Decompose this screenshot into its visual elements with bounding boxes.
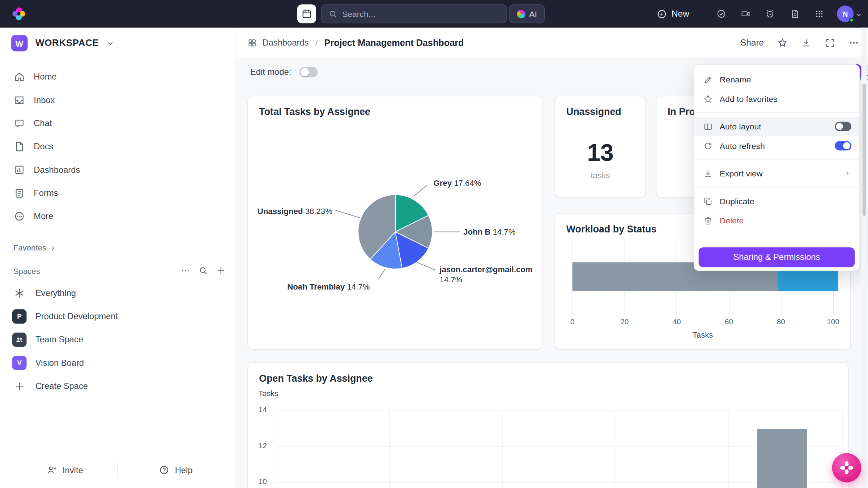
search-icon: [328, 9, 338, 18]
invite-label: Invite: [63, 465, 83, 475]
menu-divider: [694, 112, 859, 113]
ellipsis-icon[interactable]: [180, 266, 191, 276]
sidebar-item-forms[interactable]: Forms: [0, 181, 235, 205]
sidebar-item-label: Forms: [34, 188, 58, 198]
invite-button[interactable]: Invite: [47, 465, 83, 475]
dashboard-icon: [247, 38, 257, 47]
sidebar-item-dashboards[interactable]: Dashboards: [0, 158, 235, 181]
menu-item-duplicate[interactable]: Duplicate: [694, 192, 859, 211]
edit-mode-label: Edit mode:: [250, 67, 291, 77]
bar[interactable]: [757, 428, 807, 488]
space-item-team-space[interactable]: Team Space: [0, 328, 235, 351]
menu-item-label: Duplicate: [720, 196, 754, 206]
more-options-icon[interactable]: [848, 37, 859, 48]
auto-refresh-toggle[interactable]: [835, 141, 851, 150]
sidebar-item-inbox[interactable]: Inbox: [0, 89, 235, 112]
pie-chart[interactable]: [248, 96, 542, 350]
pie-label: John B14.7%: [463, 227, 515, 236]
assistant-fab-button[interactable]: [832, 453, 861, 483]
share-button[interactable]: Share: [740, 38, 764, 48]
space-item-vision-board[interactable]: V Vision Board: [0, 351, 235, 374]
home-icon: [14, 71, 25, 82]
layout-icon: [703, 121, 713, 132]
auto-layout-toggle[interactable]: [835, 122, 851, 131]
search-input[interactable]: [342, 9, 500, 18]
x-tick-label: 40: [668, 318, 685, 326]
sidebar-item-chat[interactable]: Chat: [0, 112, 235, 135]
apps-grid-icon[interactable]: [814, 9, 825, 19]
create-space-label: Create Space: [35, 381, 88, 391]
gridline: [616, 411, 616, 488]
inbox-icon: [14, 95, 25, 106]
page-header: Dashboards / Project Management Dashboar…: [235, 28, 868, 58]
menu-item-delete[interactable]: Delete: [694, 211, 859, 230]
space-item-product-development[interactable]: P Product Development: [0, 305, 235, 328]
star-icon[interactable]: [777, 37, 788, 48]
clock-icon[interactable]: [765, 9, 775, 19]
favorites-section[interactable]: Favorites: [13, 243, 56, 252]
star-icon: [703, 94, 713, 104]
card-unassigned[interactable]: Unassigned 13 tasks: [555, 96, 646, 198]
tasks-check-icon[interactable]: [716, 9, 727, 19]
gridline: [276, 411, 842, 411]
video-camera-icon[interactable]: [741, 9, 751, 19]
clickup-logo-icon[interactable]: [11, 6, 27, 22]
menu-item-export-view[interactable]: Export view: [694, 164, 859, 183]
new-button[interactable]: New: [656, 7, 689, 21]
menu-divider: [694, 187, 859, 188]
new-label: New: [672, 9, 689, 19]
form-icon: [14, 188, 25, 199]
gridline: [729, 411, 729, 488]
x-tick-label: 100: [825, 318, 842, 326]
fullscreen-icon[interactable]: [825, 37, 835, 48]
help-button[interactable]: Help: [159, 465, 192, 475]
menu-item-label: Auto layout: [720, 122, 761, 131]
menu-item-label: Export view: [720, 169, 763, 178]
sidebar-item-label: Home: [34, 72, 56, 82]
create-space-button[interactable]: Create Space: [0, 374, 235, 398]
help-label: Help: [175, 465, 193, 475]
sharing-permissions-button[interactable]: Sharing & Permissions: [699, 247, 855, 267]
calendar-button[interactable]: [297, 4, 316, 23]
pie-label: Noah Tremblay14.7%: [281, 282, 370, 291]
flower-icon: [839, 460, 854, 475]
download-icon[interactable]: [801, 37, 812, 48]
ai-button[interactable]: AI: [509, 4, 545, 23]
sidebar-item-home[interactable]: Home: [0, 65, 235, 89]
avatar[interactable]: N: [837, 5, 854, 22]
space-item-everything[interactable]: Everything: [0, 282, 235, 305]
search-bar[interactable]: [321, 4, 507, 23]
ai-label: AI: [529, 9, 537, 18]
search-icon[interactable]: [198, 266, 208, 276]
chevron-right-icon: [50, 245, 56, 251]
invite-user-icon: [47, 465, 57, 475]
y-tick-label: 10: [250, 478, 267, 486]
pencil-icon: [703, 74, 713, 85]
sidebar-nav: Home Inbox Chat Docs Dashboards Forms: [0, 65, 235, 228]
breadcrumb[interactable]: Dashboards: [247, 38, 309, 48]
menu-item-auto-layout[interactable]: Auto layout: [694, 117, 859, 136]
sidebar-item-docs[interactable]: Docs: [0, 135, 235, 158]
x-tick-label: 0: [564, 318, 581, 326]
document-icon[interactable]: [790, 9, 800, 19]
menu-item-auto-refresh[interactable]: Auto refresh: [694, 136, 859, 156]
menu-divider: [694, 159, 859, 160]
bar-chart[interactable]: 141210: [248, 363, 849, 488]
sidebar-item-more[interactable]: More: [0, 205, 235, 228]
menu-item-rename[interactable]: Rename: [694, 70, 859, 89]
plus-icon[interactable]: [216, 266, 226, 276]
scrollbar-thumb[interactable]: [863, 84, 866, 216]
space-item-label: Vision Board: [35, 358, 84, 368]
menu-item-add-to-favorites[interactable]: Add to favorites: [694, 89, 859, 108]
chevron-down-icon: [107, 39, 114, 47]
people-icon: [15, 335, 24, 344]
chevron-down-icon[interactable]: [856, 12, 862, 18]
chevron-right-icon: [843, 169, 851, 177]
avatar-initial: N: [843, 10, 848, 18]
divider: [117, 463, 118, 478]
edit-mode-toggle[interactable]: [299, 67, 318, 77]
workspace-avatar: W: [11, 35, 28, 51]
workspace-switcher[interactable]: W WORKSPACE: [11, 35, 114, 51]
space-item-label: Team Space: [35, 335, 83, 345]
scrollbar[interactable]: [861, 28, 867, 488]
